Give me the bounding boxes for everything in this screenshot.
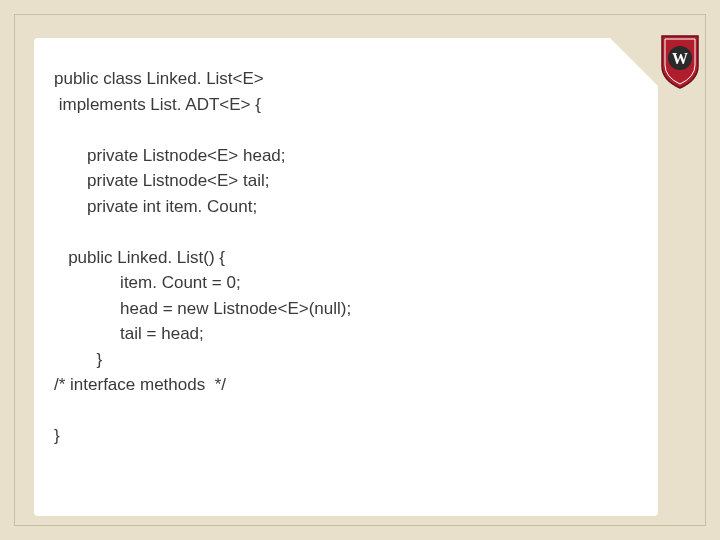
code-line: tail = head; — [54, 324, 204, 343]
crest-icon: W — [660, 34, 700, 90]
code-line: private int item. Count; — [54, 197, 257, 216]
code-line: private Listnode<E> tail; — [54, 171, 269, 190]
code-line: private Listnode<E> head; — [54, 146, 286, 165]
code-line: item. Count = 0; — [54, 273, 241, 292]
code-line: public class Linked. List<E> — [54, 69, 264, 88]
code-line: } — [54, 426, 60, 445]
code-line: } — [54, 350, 102, 369]
code-line: implements List. ADT<E> { — [54, 95, 261, 114]
code-line: head = new Listnode<E>(null); — [54, 299, 351, 318]
crest-letter: W — [672, 50, 688, 67]
content-card: public class Linked. List<E> implements … — [34, 38, 658, 516]
code-block: public class Linked. List<E> implements … — [34, 38, 658, 469]
code-line: public Linked. List() { — [54, 248, 225, 267]
code-line: /* interface methods */ — [54, 375, 226, 394]
